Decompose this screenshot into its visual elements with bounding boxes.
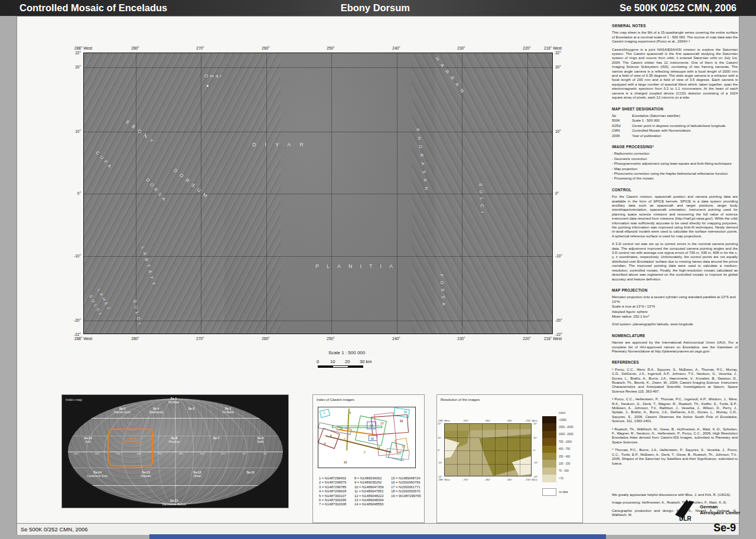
resolution-lon-label: 270° [464,419,469,422]
quad-name: Salih [257,440,263,443]
map-projection-line: Mean radius: 252.1 km⁴ [612,315,738,319]
image-processing-list: - Radiometric correction- Geometric corr… [612,152,738,181]
scale-bar-segment [318,366,333,367]
index-map-equator-tick: 180° [179,452,184,455]
nomenclature-heading: NOMENCLATURE [612,334,738,338]
footprint-number: 11 [400,458,403,462]
designation-value: Scale 1 : 500 000 [632,119,738,123]
resolution-map-gridline [482,424,483,476]
quad-name: Khusrau [169,440,180,443]
index-quad-label-se-8: Se-8Khusrau [169,436,180,443]
control-p1: For the Cassini mission, spacecraft posi… [612,195,738,239]
image-processing-item: - Photogrammetric adjustment using least… [612,162,738,166]
dlr-logo-icon: DLR [672,498,698,522]
map-longitude-label: 288° West [74,337,92,341]
map-latitude-label: 10° [68,129,81,133]
resolution-map-gridline [470,424,470,476]
index-quad-label-se-11: Se-11 [246,471,254,474]
map-feature-label: PLANITIA [315,263,400,269]
quad-name: Hassan [141,474,151,478]
map-longitude-label: 220° [523,337,530,341]
index-quad-label-se-2: Se-2Ali Baba [223,407,234,414]
index-map-equator-tick: 120° [221,452,226,455]
map-projection-lines: Mercator projection onto a secant cylind… [612,295,738,319]
map-feature-label: Omar [204,73,223,79]
cassini-image-id-list: 1 = N1487299402 2 = N1487299579 3 = N148… [319,476,346,507]
crater-marker [207,85,208,87]
footprint-number: 6 [330,434,332,437]
cassini-image-id-list: 8 = N1489034062 9 = N1489035292 10 = N14… [354,476,383,507]
map-longitude-label: 240° [392,46,400,50]
footprint-number: 18 [402,445,405,448]
main-map: OmarEBONYDORSUMCUFADORSALABTAYTSULCILAHE… [83,53,553,334]
quad-name: Sindbad [168,400,179,404]
map-latitude-label: 0° [555,191,559,195]
no-data-swatch [542,488,556,496]
reference-item: ¹ Porco, C.C., West, R.A., Squyres, S., … [612,368,738,394]
legend-class-label: <70 [559,477,563,480]
control-p2: A 3-D control net was set up to correct … [612,242,738,282]
control-heading: CONTROL [612,188,738,192]
designation-key: 0/252 [612,124,632,128]
index-map-equator-tick: 300° [94,452,99,455]
designation-row: 2006Year of publication [612,134,738,138]
map-projection-line: Mercator projection onto a secant cylind… [612,295,738,304]
resolution-lon-label: 250° [485,419,491,422]
designation-value: Center point in degrees consisting of la… [632,124,738,128]
map-longitude-label: 270° [196,46,204,50]
quad-name: Ali Baba [223,410,234,414]
resolution-lon-label: 250° [485,478,491,481]
resolution-lat-label: -22° [533,475,538,478]
footprint-number: 10 [371,437,374,440]
cassini-image-id-list: 15 = N1489048724 16 = N1500060756 17 = N… [391,476,421,498]
legend-color-swatch [542,453,556,460]
reference-item: ⁴ Thomas, P.C., Burns, J.A., Helfenstein… [612,448,738,466]
map-latitude-label: -10° [555,254,562,258]
index-map-equator-tick: 330° [74,452,79,455]
scale-text: Scale 1 : 500 000 [328,350,365,355]
map-latitude-label: 20° [68,65,81,69]
legend-color-swatch [542,460,556,467]
scale-bar: Scale 1 : 500 000 0102030 km [299,349,429,373]
legend-class-label: 400 - 700 [559,447,570,450]
index-map-parallel [68,485,283,486]
designation-key: 2006 [612,134,632,138]
quad-name: Aziz [84,440,92,443]
no-data-label: no data [559,491,568,494]
map-sheet-page: Controlled Mosaic of Enceladus Ebony Dor… [0,0,756,539]
resolution-lon-label: 230° [507,478,513,481]
references-heading: REFERENCES [612,360,738,364]
index-quad-label-se-1: Se-1Sindbad [168,397,179,404]
quad-name: Hamah Sulci [114,410,131,414]
index-map-parallel [68,418,283,419]
map-latitude-label: 22° [68,51,81,55]
designation-heading: MAP SHEET DESIGNATION [612,107,738,111]
index-quad-label-se-4: Se-4Shahrazad [149,407,163,414]
resolution-lon-label: 230° [507,419,513,422]
index-map-equator-tick: 90° [243,452,246,455]
legend-color-swatch [542,438,556,445]
scale-tick-label: 0 [317,359,319,364]
resolution-map-gridline [445,464,531,465]
sheet-designation: Se 500K 0/252 CMN, 2006 [620,2,737,14]
scale-tick-label: 10 [330,359,335,364]
quad-id: Se-7 [213,436,220,440]
resolution-lat-label: 0° [438,449,440,452]
legend-class-label: 100 - 150 [559,462,570,465]
index-quad-label-se-10: Se-10Aziz [84,436,92,443]
index-map-equator-tick: 60° [263,452,267,455]
map-gridline-parallel [84,256,552,257]
grid-system-line: Grid system: planetographic latitude, we… [612,322,738,326]
designation-row: SeEnceladus (Saturnian satellite) [612,114,738,118]
resolution-map-gridline [457,424,458,476]
nomenclature-p1: Names are approved by the International … [612,341,738,354]
map-longitude-label: 250° [327,337,334,341]
map-longitude-label: 230° [457,337,465,341]
legend-class-label: 70 - 100 [559,469,569,472]
footprint-number: 17 [397,452,401,455]
sheet-title: Controlled Mosaic of Enceladus [19,2,167,14]
map-longitude-label: 270° [196,337,204,341]
designation-table: SeEnceladus (Saturnian satellite)500KSca… [612,114,738,138]
scale-bar-line [318,365,363,368]
map-projection-line: Scale is true at 13°S / 13°N [612,305,738,309]
